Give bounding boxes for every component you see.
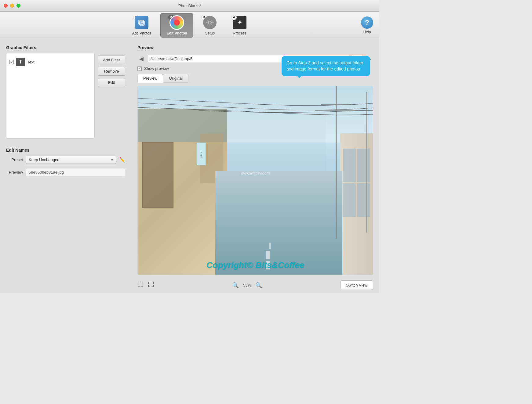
tab-preview[interactable]: Preview <box>137 74 163 83</box>
right-building <box>340 133 373 275</box>
toolbar-item-edit-photos[interactable]: 2 Edit Photos <box>160 13 194 38</box>
watermark-top: www.MacW.com <box>241 171 270 175</box>
add-photos-visual <box>135 16 148 29</box>
setup-visual <box>203 16 217 29</box>
preview-row: Preview <box>6 168 125 176</box>
right-panel: Go to Step 3 and select the output folde… <box>131 39 379 293</box>
street-scene: しらすや www.MacW.com Copyright© Bits&Coffee <box>138 86 373 275</box>
preview-image-container: しらすや www.MacW.com Copyright© Bits&Coffee <box>137 86 373 275</box>
edit-photos-icon: 2 <box>169 15 184 30</box>
actual-size-icon[interactable] <box>148 281 154 289</box>
filter-icon-text: T <box>16 58 25 66</box>
fit-to-window-icon[interactable] <box>137 281 144 289</box>
preset-label: Preset <box>6 157 23 162</box>
edit-filter-button[interactable]: Edit <box>98 78 125 87</box>
filter-list: ✓ T Text <box>6 53 95 139</box>
svg-point-3 <box>208 21 211 24</box>
left-panel: Graphic Filters ✓ T Text Add Filter Remo… <box>0 39 131 293</box>
edit-photos-visual <box>169 15 184 30</box>
main-content: Graphic Filters ✓ T Text Add Filter Remo… <box>0 39 379 293</box>
tooltip-text: Go to Step 3 and select the output folde… <box>286 60 363 71</box>
watermark-bottom: Copyright© Bits&Coffee <box>206 260 304 270</box>
preset-select[interactable]: Keep Unchanged Custom Sequence <box>26 156 116 164</box>
svg-point-2 <box>141 21 143 23</box>
toolbar-label-setup: Setup <box>205 31 215 35</box>
preview-section-title: Preview <box>137 45 373 50</box>
preset-row: Preset Keep Unchanged Custom Sequence ▼ … <box>6 156 125 164</box>
process-icon: 4 ✦ <box>232 15 247 30</box>
tab-original[interactable]: Original <box>163 74 188 83</box>
filter-buttons: Add Filter Remove Edit <box>98 56 125 139</box>
toolbar-label-edit-photos: Edit Photos <box>167 31 187 35</box>
preview-bottom-bar: 🔍 53% 🔍 Switch View <box>137 278 373 290</box>
sign-1: しらすや <box>197 142 206 165</box>
edit-names-title: Edit Names <box>6 148 125 153</box>
window-title: PhotoMarks* <box>178 3 201 8</box>
fit-icons <box>137 281 154 289</box>
title-bar: PhotoMarks* <box>0 0 379 12</box>
toolbar-item-setup[interactable]: 3 Setup <box>196 13 223 37</box>
left-buildings <box>138 109 227 275</box>
toolbar-label-add-photos: Add Photos <box>132 31 151 35</box>
setup-icon: 3 <box>202 15 217 30</box>
remove-filter-button[interactable]: Remove <box>98 67 125 76</box>
help-button[interactable]: ? Help <box>361 16 373 34</box>
traffic-lights <box>4 4 20 8</box>
help-icon: ? <box>361 16 373 29</box>
add-filter-button[interactable]: Add Filter <box>98 56 125 64</box>
graphic-filters-section: Graphic Filters ✓ T Text Add Filter Remo… <box>6 45 125 139</box>
filter-name-text: Text <box>27 60 35 64</box>
step-badge-4: 4 <box>231 15 237 20</box>
path-back-button[interactable]: ◀ <box>137 55 145 63</box>
minimize-button[interactable] <box>10 4 14 8</box>
toolbar-label-process: Process <box>233 31 246 35</box>
close-button[interactable] <box>4 4 8 8</box>
road <box>215 171 342 275</box>
toolbar-item-process[interactable]: 4 ✦ Process <box>226 13 253 37</box>
show-preview-checkbox[interactable]: ✓ <box>137 67 142 71</box>
edit-names-section: Edit Names Preset Keep Unchanged Custom … <box>6 148 125 181</box>
preview-field-input[interactable] <box>26 168 125 176</box>
zoom-in-icon[interactable]: 🔍 <box>255 282 262 289</box>
zoom-percent: 53% <box>243 283 251 287</box>
toolbar: 1 Add Photos 2 Edit Photos <box>0 12 379 39</box>
filter-checkbox-text[interactable]: ✓ <box>9 60 14 64</box>
zoom-out-icon[interactable]: 🔍 <box>232 282 239 289</box>
graphic-filters-title: Graphic Filters <box>6 45 125 50</box>
preset-select-wrapper: Keep Unchanged Custom Sequence ▼ <box>26 156 116 164</box>
help-label: Help <box>363 30 371 34</box>
maximize-button[interactable] <box>16 4 20 8</box>
zoom-controls: 🔍 53% 🔍 <box>232 282 262 289</box>
switch-view-button[interactable]: Switch View <box>340 280 373 290</box>
filter-row-text: ✓ T Text <box>9 56 91 67</box>
tooltip-bubble: Go to Step 3 and select the output folde… <box>282 56 370 76</box>
show-preview-label: Show preview <box>144 66 169 71</box>
preview-field-label: Preview <box>6 170 23 175</box>
toolbar-item-add-photos[interactable]: 1 Add Photos <box>126 13 157 37</box>
preset-edit-icon[interactable]: ✏️ <box>119 157 125 163</box>
toolbar-items: 1 Add Photos 2 Edit Photos <box>126 13 253 38</box>
add-photos-icon: 1 <box>134 15 149 30</box>
